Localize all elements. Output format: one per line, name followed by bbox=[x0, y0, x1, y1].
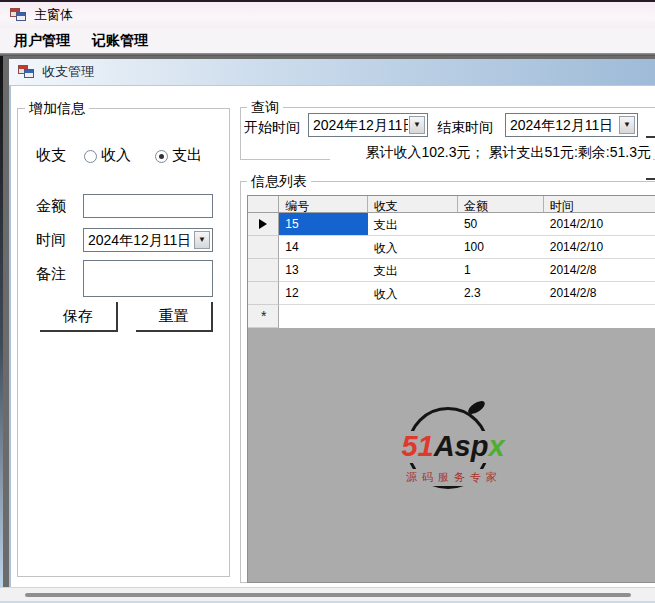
data-grid: 编号 收支 金额 时间 15 支出 50 2014/2/10 14 收入 100… bbox=[247, 195, 655, 583]
start-time-datepicker[interactable]: 2024年12月11日 ▼ bbox=[308, 113, 428, 137]
cell-empty[interactable] bbox=[368, 305, 458, 328]
cell-type[interactable]: 收入 bbox=[368, 236, 458, 259]
cell-id[interactable]: 13 bbox=[279, 259, 367, 282]
cell-amount[interactable]: 50 bbox=[458, 213, 544, 236]
cell-date[interactable]: 2014/2/8 bbox=[544, 259, 655, 282]
menu-item-bookkeeping-management[interactable]: 记账管理 bbox=[86, 30, 154, 52]
info-list-group-title: 信息列表 bbox=[247, 173, 311, 191]
add-info-groupbox bbox=[17, 108, 230, 577]
app-icon bbox=[10, 8, 26, 22]
radio-income-label[interactable]: 收入 bbox=[101, 146, 131, 165]
mdi-left-edge bbox=[0, 56, 3, 587]
add-info-group-title: 增加信息 bbox=[25, 100, 89, 118]
cell-empty[interactable] bbox=[544, 305, 655, 328]
reset-button[interactable]: 重置 bbox=[136, 302, 213, 332]
child-window-title: 收支管理 bbox=[42, 63, 94, 81]
start-time-value: 2024年12月11日 bbox=[313, 117, 408, 135]
row-header-current[interactable] bbox=[248, 213, 279, 236]
time-datepicker[interactable]: 2024年12月11日 ▼ bbox=[83, 228, 213, 252]
table-row-new: * bbox=[248, 305, 655, 328]
table-row: 12 收入 2.3 2014/2/8 bbox=[248, 282, 655, 305]
end-time-label: 结束时间 bbox=[437, 119, 493, 137]
column-header-type[interactable]: 收支 bbox=[368, 196, 458, 213]
cell-date[interactable]: 2014/2/10 bbox=[544, 236, 655, 259]
cell-amount[interactable]: 1 bbox=[458, 259, 544, 282]
type-label: 收支 bbox=[36, 146, 66, 165]
menu-item-user-management[interactable]: 用户管理 bbox=[8, 30, 76, 52]
cell-type[interactable]: 支出 bbox=[368, 213, 458, 236]
row-header[interactable] bbox=[248, 259, 279, 282]
horizontal-scrollbar-thumb[interactable] bbox=[25, 593, 631, 597]
current-row-icon bbox=[259, 219, 267, 229]
amount-input[interactable] bbox=[83, 194, 213, 218]
main-window: 主窗体 用户管理 记账管理 收支管理 增加信息 收支 收入 支出 金额 时间 2… bbox=[0, 0, 655, 603]
grid-corner-header[interactable] bbox=[248, 196, 279, 213]
cell-id-selected[interactable]: 15 bbox=[279, 213, 367, 236]
watermark-x: x bbox=[488, 430, 504, 462]
cell-date[interactable]: 2014/2/10 bbox=[544, 213, 655, 236]
cell-empty[interactable] bbox=[458, 305, 544, 328]
watermark-51: 51 bbox=[401, 430, 433, 462]
time-datepicker-value: 2024年12月11日 bbox=[88, 232, 193, 250]
totals-summary: 累计收入102.3元； 累计支出51元:剩余:51.3元 bbox=[330, 144, 653, 165]
table-row: 14 收入 100 2014/2/10 bbox=[248, 236, 655, 259]
note-input[interactable] bbox=[83, 260, 213, 297]
cell-amount[interactable]: 2.3 bbox=[458, 282, 544, 305]
watermark-logo: 51Aspx bbox=[383, 431, 523, 463]
cell-id[interactable]: 14 bbox=[279, 236, 367, 259]
chevron-down-icon[interactable]: ▼ bbox=[194, 231, 210, 249]
grid-header-row: 编号 收支 金额 时间 bbox=[248, 196, 655, 213]
cell-date[interactable]: 2014/2/8 bbox=[544, 282, 655, 305]
note-label: 备注 bbox=[36, 265, 66, 284]
cell-id[interactable]: 12 bbox=[279, 282, 367, 305]
cutoff-button[interactable] bbox=[646, 178, 655, 180]
horizontal-scrollbar[interactable] bbox=[0, 587, 655, 601]
child-titlebar[interactable]: 收支管理 bbox=[9, 59, 655, 86]
save-button[interactable]: 保存 bbox=[40, 302, 118, 332]
radio-expense-label[interactable]: 支出 bbox=[172, 146, 202, 165]
watermark-subtitle: 源码服务专家 bbox=[398, 469, 510, 486]
cell-amount[interactable]: 100 bbox=[458, 236, 544, 259]
radio-expense[interactable] bbox=[155, 150, 168, 163]
radio-income[interactable] bbox=[84, 150, 97, 163]
chevron-down-icon[interactable]: ▼ bbox=[409, 116, 425, 134]
main-window-title: 主窗体 bbox=[34, 6, 73, 24]
cell-empty[interactable] bbox=[279, 305, 367, 328]
end-time-datepicker[interactable]: 2024年12月11日 ▼ bbox=[505, 113, 638, 137]
table-row: 13 支出 1 2014/2/8 bbox=[248, 259, 655, 282]
start-time-label: 开始时间 bbox=[244, 119, 300, 137]
watermark-asp: Asp bbox=[434, 430, 489, 462]
time-label: 时间 bbox=[36, 231, 66, 250]
table-row: 15 支出 50 2014/2/10 bbox=[248, 213, 655, 236]
child-window-icon bbox=[18, 65, 34, 79]
amount-label: 金额 bbox=[36, 197, 66, 216]
cutoff-query-button[interactable] bbox=[646, 136, 655, 138]
query-group-title: 查询 bbox=[247, 99, 283, 117]
column-header-date[interactable]: 时间 bbox=[544, 196, 655, 213]
row-header[interactable] bbox=[248, 236, 279, 259]
cell-type[interactable]: 支出 bbox=[368, 259, 458, 282]
chevron-down-icon[interactable]: ▼ bbox=[619, 116, 635, 134]
column-header-amount[interactable]: 金额 bbox=[458, 196, 544, 213]
cell-type[interactable]: 收入 bbox=[368, 282, 458, 305]
new-row-icon: * bbox=[261, 308, 266, 324]
end-time-value: 2024年12月11日 bbox=[510, 117, 618, 135]
row-header-new[interactable]: * bbox=[248, 305, 279, 328]
row-header[interactable] bbox=[248, 282, 279, 305]
menubar: 用户管理 记账管理 bbox=[0, 28, 655, 53]
main-titlebar: 主窗体 bbox=[0, 2, 655, 28]
column-header-id[interactable]: 编号 bbox=[279, 196, 367, 213]
